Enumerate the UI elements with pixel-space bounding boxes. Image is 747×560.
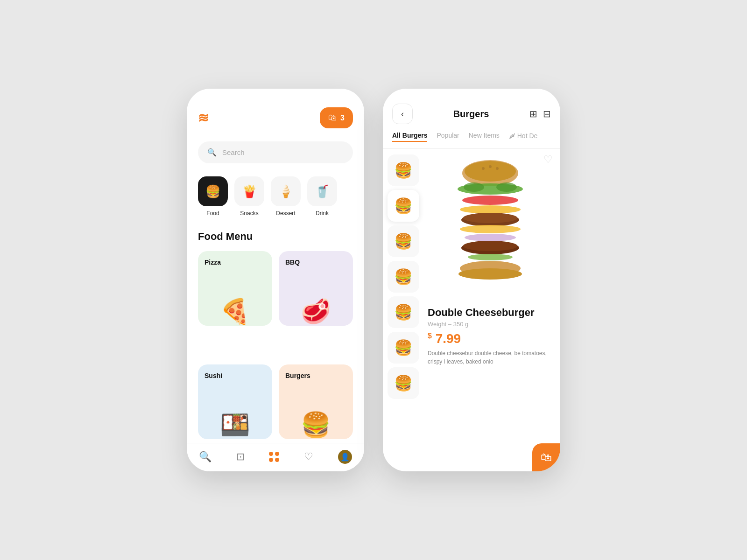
sushi-emoji: 🍱 bbox=[220, 411, 250, 439]
sushi-card[interactable]: Sushi 🍱 bbox=[198, 364, 272, 439]
svg-point-8 bbox=[462, 196, 518, 205]
burger-hero-image: ♡ bbox=[428, 154, 553, 303]
dessert-label: Dessert bbox=[276, 210, 295, 217]
svg-point-16 bbox=[468, 254, 513, 260]
food-grid: Pizza 🍕 BBQ 🥩 Sushi 🍱 Burgers 🍔 bbox=[198, 251, 353, 471]
search-icon: 🔍 bbox=[207, 148, 217, 157]
burger-thumb-2[interactable]: 🍔 bbox=[388, 190, 419, 222]
back-button[interactable]: ‹ bbox=[392, 104, 413, 124]
nav-bookmark-icon[interactable]: ⊡ bbox=[236, 451, 245, 463]
app-logo: ≋ bbox=[198, 110, 209, 126]
svg-point-11 bbox=[463, 213, 517, 223]
sushi-title: Sushi bbox=[204, 372, 266, 379]
burger-thumb-4[interactable]: 🍔 bbox=[388, 261, 419, 293]
burger-detail: ♡ bbox=[424, 149, 560, 471]
left-header: ≋ 🛍 3 bbox=[198, 107, 353, 128]
add-to-cart-button[interactable]: 🛍 bbox=[532, 443, 560, 471]
dessert-icon-box: 🍦 bbox=[271, 176, 301, 206]
svg-point-18 bbox=[458, 268, 522, 280]
page-title: Burgers bbox=[417, 109, 525, 119]
burger-thumb-1[interactable]: 🍔 bbox=[388, 154, 419, 186]
pizza-card[interactable]: Pizza 🍕 bbox=[198, 251, 272, 326]
drinks-icon-box: 🥤 bbox=[307, 176, 337, 206]
tab-new-items[interactable]: New Items bbox=[469, 132, 500, 142]
cart-count: 3 bbox=[340, 114, 345, 122]
category-dessert[interactable]: 🍦 Dessert bbox=[271, 176, 301, 217]
snacks-label: Snacks bbox=[240, 210, 258, 217]
burger-price: $ 7.99 bbox=[428, 331, 553, 346]
pizza-title: Pizza bbox=[204, 259, 266, 266]
svg-point-6 bbox=[464, 182, 484, 192]
price-currency: $ bbox=[428, 332, 432, 340]
food-icon-box: 🍔 bbox=[198, 176, 228, 206]
burger-thumb-6[interactable]: 🍔 bbox=[388, 332, 419, 364]
tab-hot-deals[interactable]: 🌶 Hot De bbox=[509, 132, 537, 142]
bottom-nav: 🔍 ⊡ ♡ 👤 bbox=[187, 443, 364, 471]
svg-point-3 bbox=[489, 165, 492, 168]
burger-thumb-7[interactable]: 🍔 bbox=[388, 367, 419, 399]
burger-weight: Weight – 350 g bbox=[428, 321, 553, 328]
right-phone: ‹ Burgers ⊞ ⊟ All Burgers Popular New It… bbox=[383, 89, 560, 471]
nav-heart-icon[interactable]: ♡ bbox=[304, 451, 313, 463]
burger-info: Double Cheeseburger Weight – 350 g $ 7.9… bbox=[428, 303, 553, 370]
list-view-icon[interactable]: ⊞ bbox=[529, 108, 537, 119]
svg-point-12 bbox=[460, 225, 521, 233]
svg-point-15 bbox=[463, 241, 517, 251]
category-snacks[interactable]: 🍟 Snacks bbox=[234, 176, 264, 217]
burger-content: 🍔 🍔 🍔 🍔 🍔 🍔 🍔 ♡ bbox=[383, 149, 560, 471]
burgers-emoji: 🍔 bbox=[301, 411, 331, 439]
food-menu-title: Food Menu bbox=[198, 231, 353, 243]
burger-description: Double cheesebur double cheese, be tomat… bbox=[428, 349, 553, 366]
snacks-icon-box: 🍟 bbox=[234, 176, 264, 206]
favorite-button[interactable]: ♡ bbox=[543, 154, 553, 166]
tab-popular[interactable]: Popular bbox=[437, 132, 459, 142]
food-label: Food bbox=[206, 210, 219, 217]
burger-thumb-3[interactable]: 🍔 bbox=[388, 225, 419, 257]
category-food[interactable]: 🍔 Food bbox=[198, 176, 228, 217]
burger-thumb-5[interactable]: 🍔 bbox=[388, 296, 419, 328]
search-bar[interactable]: 🔍 Search bbox=[198, 141, 353, 163]
burger-thumbnail-list: 🍔 🍔 🍔 🍔 🍔 🍔 🍔 bbox=[383, 149, 424, 471]
burgers-card[interactable]: Burgers 🍔 bbox=[279, 364, 353, 439]
nav-grid-icon[interactable] bbox=[269, 452, 279, 462]
categories-row: 🍔 Food 🍟 Snacks 🍦 Dessert 🥤 Drink bbox=[198, 176, 353, 217]
tab-all-burgers[interactable]: All Burgers bbox=[392, 132, 427, 142]
right-header: ‹ Burgers ⊞ ⊟ bbox=[383, 89, 560, 132]
burgers-title: Burgers bbox=[285, 372, 346, 379]
pizza-emoji: 🍕 bbox=[220, 297, 250, 326]
category-drinks[interactable]: 🥤 Drink bbox=[307, 176, 337, 217]
cart-button[interactable]: 🛍 3 bbox=[320, 107, 353, 128]
bbq-card[interactable]: BBQ 🥩 bbox=[279, 251, 353, 326]
left-phone: ≋ 🛍 3 🔍 Search 🍔 Food 🍟 Snacks 🍦 Desse bbox=[187, 89, 364, 471]
svg-point-2 bbox=[482, 167, 485, 170]
nav-profile-avatar[interactable]: 👤 bbox=[338, 450, 352, 464]
svg-point-13 bbox=[465, 234, 516, 241]
cart-icon: 🛍 bbox=[328, 113, 337, 123]
svg-point-7 bbox=[496, 182, 517, 192]
view-icons: ⊞ ⊟ bbox=[529, 108, 551, 119]
drinks-label: Drink bbox=[316, 210, 329, 217]
grid-view-icon[interactable]: ⊟ bbox=[543, 108, 551, 119]
add-to-cart-icon: 🛍 bbox=[541, 451, 552, 464]
search-placeholder: Search bbox=[222, 148, 245, 156]
burger-stack-svg bbox=[453, 158, 528, 298]
bbq-emoji: 🥩 bbox=[301, 297, 331, 326]
filter-tabs: All Burgers Popular New Items 🌶 Hot De bbox=[383, 132, 560, 149]
bbq-title: BBQ bbox=[285, 259, 346, 266]
svg-point-9 bbox=[460, 205, 521, 214]
burger-name: Double Cheeseburger bbox=[428, 307, 553, 319]
price-value: 7.99 bbox=[436, 331, 461, 346]
svg-point-4 bbox=[496, 167, 499, 170]
nav-search-icon[interactable]: 🔍 bbox=[199, 451, 211, 463]
svg-point-1 bbox=[465, 161, 516, 182]
